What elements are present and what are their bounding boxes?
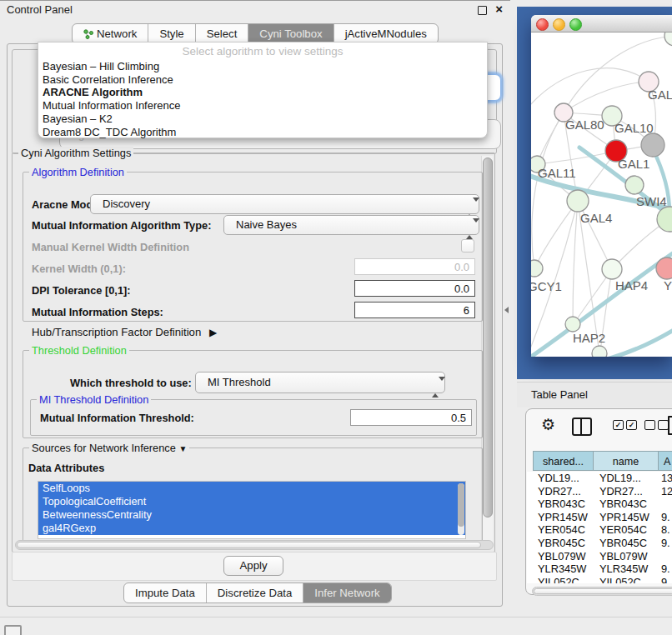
settings-scrollbar-thumb[interactable] [483, 158, 493, 518]
table-row[interactable]: YDR27...YDR27...12 [527, 485, 672, 498]
algorithm-option-bayesian-k2[interactable]: Bayesian – K2 [41, 112, 476, 126]
label-hap4: HAP4 [615, 278, 648, 292]
expand-arrow-icon: ▶ [209, 327, 217, 338]
close-traffic-light[interactable] [536, 18, 549, 31]
hub-definition-toggle[interactable]: Hub/Transcription Factor Definition ▶ [32, 326, 217, 338]
table-row[interactable]: YER054CYER054C8. [527, 523, 672, 537]
deselect-all-checkbox-icon[interactable] [644, 420, 655, 430]
node-bottom-partial[interactable] [592, 346, 607, 357]
table-row[interactable]: YPR145WYPR145W9. [527, 511, 672, 524]
label-gal1: GAL1 [618, 157, 649, 171]
label-swi4: SWI4 [636, 194, 667, 208]
aracne-mode-combo[interactable]: Discovery [90, 194, 479, 214]
apply-button[interactable]: Apply [223, 556, 283, 576]
algorithm-option-mutual-information[interactable]: Mutual Information Inference [41, 99, 476, 112]
list-item-topologicalcoefficient[interactable]: TopologicalCoefficient [38, 495, 465, 508]
aracne-mode-value: Discovery [103, 195, 150, 213]
table-row[interactable]: YBR043CYBR043C [527, 498, 672, 511]
table-row[interactable]: YLR345WYLR345W9. [527, 562, 672, 576]
column-header-name[interactable]: name [593, 451, 659, 471]
sources-legend[interactable]: Sources for Network Inference ▼ [29, 442, 189, 454]
zoom-traffic-light[interactable] [569, 18, 582, 31]
column-header-a[interactable]: A [658, 451, 672, 471]
which-threshold-label: Which threshold to use: [70, 377, 192, 389]
kernel-width-label: Kernel Width (0,1): [32, 262, 126, 275]
kernel-width-field[interactable]: 0.0 [354, 258, 475, 275]
node-swi4[interactable] [625, 176, 644, 194]
collapse-arrow-icon: ▼ [178, 444, 187, 453]
select-all-checkbox-icon[interactable]: ✓ [613, 420, 624, 430]
settings-hscrollbar-thumb[interactable] [17, 542, 481, 548]
table-panel-titlebar: Table Panel [517, 382, 672, 408]
settings-scrollbar[interactable] [481, 156, 493, 548]
cyni-algorithm-settings-group: Cyni Algorithm Settings Algorithm Defini… [12, 152, 495, 552]
mutual-information-threshold-field[interactable]: 0.5 [350, 409, 472, 426]
table-row[interactable]: YIL052CYIL052C9 [527, 576, 672, 583]
table-hscrollbar-thumb[interactable] [534, 588, 672, 594]
table-rows-viewport: YDL19...YDL19...13 YDR27...YDR27...12 YB… [527, 472, 672, 583]
node-right-green[interactable] [657, 207, 672, 232]
algorithm-option-aracne[interactable]: ARACNE Algorithm [41, 86, 476, 99]
algorithm-option-bayesian-hill[interactable]: Bayesian – Hill Climbing [41, 60, 476, 73]
threshold-definition-group: Threshold Definition Which threshold to … [23, 350, 483, 438]
hidden-panel-icon[interactable] [4, 625, 22, 635]
table-hscrollbar[interactable] [532, 587, 672, 596]
algorithm-dropdown-popup: Select algorithm to view settings Bayesi… [38, 42, 488, 138]
attributes-scrollbar[interactable] [458, 483, 464, 535]
tab-network[interactable]: Network [73, 24, 148, 43]
network-icon [83, 29, 93, 39]
gear-icon[interactable]: ⚙ [541, 415, 555, 434]
mi-type-combo[interactable]: Naive Bayes [223, 215, 479, 235]
stepper-icon [466, 220, 473, 238]
close-icon[interactable]: × [495, 2, 503, 16]
list-item-betweennesscentrality[interactable]: BetweennessCentrality [38, 508, 465, 522]
mi-type-label: Mutual Information Algorithm Type: [32, 219, 211, 232]
label-gcy1: GCY1 [531, 279, 562, 293]
tab-style[interactable]: Style [148, 24, 194, 43]
tab-infer-network[interactable]: Infer Network [303, 583, 390, 602]
dpi-tolerance-field[interactable]: 0.0 [354, 280, 475, 297]
tab-impute-data[interactable]: Impute Data [124, 583, 206, 602]
settings-hscrollbar[interactable] [15, 540, 494, 550]
attributes-scrollbar-thumb[interactable] [458, 483, 464, 527]
table-panel: ⚙ ✓ ✓ shared... name A YDL19...YDL19...1… [525, 408, 672, 595]
panel-divider-handle[interactable] [504, 307, 509, 313]
network-canvas[interactable]: GAL GAL80 GAL10 GAL1 GAL11 SWI4 GAL4 GCY… [531, 32, 672, 357]
data-attributes-list: SelfLoops TopologicalCoefficient Between… [38, 481, 466, 539]
table-row[interactable]: YDL19...YDL19...13 [527, 472, 672, 485]
dpi-tolerance-label: DPI Tolerance [0,1]: [32, 284, 131, 297]
node-top-partial[interactable] [664, 32, 672, 46]
network-window-titlebar[interactable] [531, 15, 672, 32]
hub-definition-label: Hub/Transcription Factor Definition [32, 326, 201, 338]
float-panel-icon[interactable] [478, 6, 487, 15]
select-all-checkbox-icon[interactable]: ✓ [626, 420, 637, 430]
minimize-traffic-light[interactable] [553, 18, 565, 31]
node-gcy1[interactable] [531, 260, 543, 277]
table-row[interactable]: YBR045CYBR045C9. [527, 537, 672, 550]
node-gal4[interactable] [567, 190, 589, 212]
node-hap4[interactable] [602, 259, 622, 279]
list-item-selfloops[interactable]: SelfLoops [38, 482, 465, 495]
column-header-shared[interactable]: shared... [533, 451, 594, 471]
node-hap2[interactable] [565, 317, 580, 332]
new-table-icon[interactable] [668, 416, 672, 435]
tab-jactivemnodules[interactable]: jActiveMNodules [333, 24, 438, 43]
algorithm-placeholder: Select algorithm to view settings [38, 45, 487, 58]
tab-discretize-data[interactable]: Discretize Data [206, 583, 303, 602]
algorithm-option-basic-correlation[interactable]: Basic Correlation Inference [41, 73, 476, 87]
table-row[interactable]: YBL079WYBL079W [527, 550, 672, 563]
label-gal: GAL [648, 88, 672, 102]
manual-kernel-checkbox[interactable] [461, 239, 474, 252]
node-gray[interactable] [641, 133, 664, 157]
algorithm-option-dream8[interactable]: Dream8 DC_TDC Algorithm [41, 126, 476, 139]
threshold-definition-legend: Threshold Definition [29, 344, 129, 357]
tab-select[interactable]: Select [195, 24, 248, 43]
list-item-gal4rgexp[interactable]: gal4RGexp [38, 522, 465, 535]
which-threshold-combo[interactable]: MI Threshold [195, 372, 445, 393]
mi-steps-field[interactable]: 6 [354, 302, 475, 318]
node-salmon[interactable] [656, 258, 672, 279]
tab-cyni-toolbox[interactable]: Cyni Toolbox [248, 24, 333, 43]
split-columns-icon[interactable] [572, 418, 592, 436]
control-panel-title: Control Panel [7, 3, 73, 16]
tab-network-label: Network [97, 24, 137, 43]
